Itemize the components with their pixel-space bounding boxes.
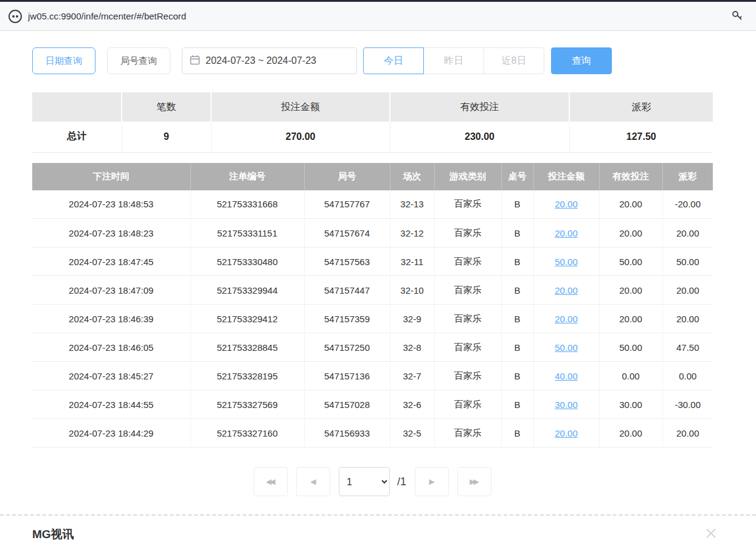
table-row: 2024-07-23 18:45:27521753328195547157136… bbox=[32, 362, 713, 390]
payout-cell: 20.00 bbox=[662, 419, 713, 448]
order-id-cell: 521753331668 bbox=[190, 190, 304, 219]
bet-amount-cell: 20.00 bbox=[533, 305, 599, 333]
valid-bet-cell: 30.00 bbox=[599, 390, 662, 419]
bet-time-cell: 2024-07-23 18:47:09 bbox=[32, 276, 190, 305]
date-range-input[interactable]: 2024-07-23 ~ 2024-07-23 bbox=[182, 47, 357, 74]
order-id-cell: 521753330480 bbox=[190, 247, 304, 276]
next-page-button[interactable]: ▶ bbox=[415, 467, 449, 496]
date-query-tab[interactable]: 日期查询 bbox=[32, 47, 95, 74]
table-code-cell: B bbox=[501, 362, 533, 390]
last-8-days-button[interactable]: 近8日 bbox=[484, 47, 544, 74]
valid-bet-cell: 0.00 bbox=[599, 362, 662, 390]
filter-toolbar: 日期查询 局号查询 2024-07-23 ~ 2024-07-23 今日 昨日 … bbox=[32, 47, 713, 74]
bet-time-cell: 2024-07-23 18:44:29 bbox=[32, 419, 190, 448]
table-row: 2024-07-23 18:48:53521753331668547157767… bbox=[32, 190, 713, 219]
bet-amount-cell: 50.00 bbox=[533, 333, 599, 362]
table-row: 2024-07-23 18:47:45521753330480547157563… bbox=[32, 247, 713, 276]
payout-header: 派彩 bbox=[662, 163, 713, 190]
payout-cell: 0.00 bbox=[662, 362, 713, 390]
bet-table-header-row: 下注时间注单编号局号场次游戏类别桌号投注金额有效投注派彩 bbox=[32, 163, 713, 190]
bet-amount-link[interactable]: 50.00 bbox=[555, 342, 578, 353]
table-code-cell: B bbox=[501, 419, 533, 448]
valid-bet-cell: 20.00 bbox=[599, 419, 662, 448]
bet-amount-link[interactable]: 20.00 bbox=[555, 428, 578, 438]
round-id-cell: 547157359 bbox=[304, 305, 390, 333]
valid-bet-cell: 20.00 bbox=[599, 219, 662, 247]
order-id-header: 注单编号 bbox=[190, 163, 304, 190]
summary-header-payout: 派彩 bbox=[569, 92, 713, 122]
page-select[interactable]: 1 bbox=[339, 467, 390, 496]
last-page-button[interactable]: ▶▶ bbox=[457, 467, 491, 496]
bet-amount-link[interactable]: 20.00 bbox=[555, 314, 578, 324]
payout-cell: 20.00 bbox=[662, 305, 713, 333]
round-id-cell: 547157136 bbox=[304, 362, 390, 390]
table-row: 2024-07-23 18:48:23521753331151547157674… bbox=[32, 219, 713, 247]
url-text[interactable]: jw05.cc:9900/infe/mcenter/#/betRecord bbox=[28, 11, 730, 21]
mg-video-section-title: MG视讯 bbox=[32, 527, 74, 542]
bet-time-cell: 2024-07-23 18:45:27 bbox=[32, 362, 190, 390]
today-button[interactable]: 今日 bbox=[363, 47, 424, 74]
bet-amount-cell: 40.00 bbox=[533, 362, 599, 390]
table-row: 2024-07-23 18:47:09521753329944547157447… bbox=[32, 276, 713, 305]
quick-date-group: 今日 昨日 近8日 bbox=[363, 47, 544, 74]
page-total: /1 bbox=[397, 476, 406, 488]
round-id-cell: 547157028 bbox=[304, 390, 390, 419]
round-id-cell: 547157674 bbox=[304, 219, 390, 247]
payout-cell: -20.00 bbox=[662, 190, 713, 219]
round-id-header: 局号 bbox=[304, 163, 390, 190]
round-id-cell: 547157767 bbox=[304, 190, 390, 219]
game-type-cell: 百家乐 bbox=[434, 219, 501, 247]
summary-table: 笔数 投注金额 有效投注 派彩 总计 9 270.00 230.00 127.5… bbox=[32, 92, 713, 153]
collapse-icon[interactable] bbox=[704, 527, 718, 542]
summary-header-bet-amount: 投注金额 bbox=[211, 92, 390, 122]
session-cell: 32-7 bbox=[390, 362, 434, 390]
bet-amount-header: 投注金额 bbox=[533, 163, 599, 190]
table-code-cell: B bbox=[501, 305, 533, 333]
bet-time-cell: 2024-07-23 18:48:53 bbox=[32, 190, 190, 219]
session-cell: 32-5 bbox=[390, 419, 434, 448]
valid-bet-header: 有效投注 bbox=[599, 163, 662, 190]
session-cell: 32-8 bbox=[390, 333, 434, 362]
order-id-cell: 521753327569 bbox=[190, 390, 304, 419]
bet-table-body: 2024-07-23 18:48:53521753331668547157767… bbox=[32, 190, 713, 448]
game-type-cell: 百家乐 bbox=[434, 419, 501, 448]
table-code-cell: B bbox=[501, 276, 533, 305]
order-id-cell: 521753329944 bbox=[190, 276, 304, 305]
bet-amount-link[interactable]: 20.00 bbox=[555, 228, 578, 238]
bet-amount-link[interactable]: 20.00 bbox=[555, 199, 578, 209]
bet-amount-link[interactable]: 50.00 bbox=[555, 257, 578, 267]
bet-amount-cell: 20.00 bbox=[533, 419, 599, 448]
payout-cell: 20.00 bbox=[662, 276, 713, 305]
bet-time-header: 下注时间 bbox=[32, 163, 190, 190]
date-range-value: 2024-07-23 ~ 2024-07-23 bbox=[206, 55, 316, 66]
round-id-cell: 547157447 bbox=[304, 276, 390, 305]
bet-amount-link[interactable]: 20.00 bbox=[555, 285, 578, 296]
order-id-cell: 521753329412 bbox=[190, 305, 304, 333]
bet-amount-link[interactable]: 30.00 bbox=[555, 399, 578, 410]
payout-cell: -30.00 bbox=[662, 390, 713, 419]
bet-time-cell: 2024-07-23 18:46:39 bbox=[32, 305, 190, 333]
table-code-header: 桌号 bbox=[501, 163, 533, 190]
bet-amount-link[interactable]: 40.00 bbox=[555, 371, 578, 381]
summary-header-count: 笔数 bbox=[122, 92, 211, 122]
table-code-cell: B bbox=[501, 390, 533, 419]
key-icon[interactable] bbox=[730, 9, 744, 24]
first-page-button[interactable]: ◀◀ bbox=[254, 467, 288, 496]
session-header: 场次 bbox=[390, 163, 434, 190]
prev-page-button[interactable]: ◀ bbox=[296, 467, 330, 496]
bet-record-table: 下注时间注单编号局号场次游戏类别桌号投注金额有效投注派彩 2024-07-23 … bbox=[32, 163, 713, 448]
table-code-cell: B bbox=[501, 190, 533, 219]
payout-cell: 47.50 bbox=[662, 333, 713, 362]
bet-time-cell: 2024-07-23 18:44:55 bbox=[32, 390, 190, 419]
valid-bet-cell: 50.00 bbox=[599, 247, 662, 276]
round-id-cell: 547157250 bbox=[304, 333, 390, 362]
table-code-cell: B bbox=[501, 333, 533, 362]
game-type-cell: 百家乐 bbox=[434, 305, 501, 333]
round-query-tab[interactable]: 局号查询 bbox=[107, 47, 170, 74]
bet-amount-cell: 50.00 bbox=[533, 247, 599, 276]
yesterday-button[interactable]: 昨日 bbox=[423, 47, 484, 74]
payout-cell: 20.00 bbox=[662, 219, 713, 247]
game-type-header: 游戏类别 bbox=[434, 163, 501, 190]
search-button[interactable]: 查询 bbox=[551, 47, 612, 74]
round-id-cell: 547156933 bbox=[304, 419, 390, 448]
